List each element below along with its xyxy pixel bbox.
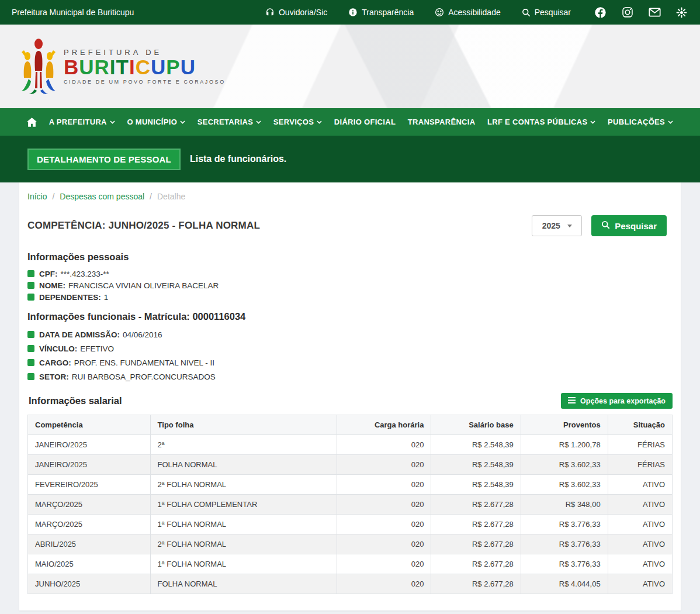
column-header-proventos: Proventos bbox=[521, 415, 608, 435]
breadcrumb-separator: / bbox=[150, 192, 152, 201]
info-item: CARGO:PROF. ENS. FUNDAMENTAL NIVEL - II bbox=[27, 356, 673, 370]
site-header: PREFEITURA DE BURITICUPU CIDADE DE UM PO… bbox=[0, 25, 700, 108]
personal-info-list: CPF:***.423.233-**NOME:FRANCISCA VIVIAN … bbox=[26, 268, 674, 303]
salary-info-title: Informações salarial bbox=[27, 395, 123, 406]
topbar-link-label: Ouvidoria/Sic bbox=[279, 8, 327, 17]
logo-people-icon bbox=[20, 37, 57, 96]
bullet-square-icon bbox=[27, 345, 34, 352]
cell-situacao: ATIVO bbox=[608, 495, 672, 515]
breadcrumb: Início/Despesas com pessoal/Detalhe bbox=[26, 189, 674, 201]
cell-situacao: ATIVO bbox=[608, 475, 672, 495]
topbar-link-acessibilidade[interactable]: Acessibilidade bbox=[435, 8, 501, 17]
caret-down-icon bbox=[567, 225, 572, 227]
info-item-label: DATA DE ADMISSÃO: bbox=[39, 330, 120, 339]
cell-salario-base: R$ 2.548,39 bbox=[431, 475, 521, 495]
nav-item-label: SERVIÇOS bbox=[273, 118, 314, 126]
year-select[interactable]: 2025 bbox=[532, 215, 582, 236]
nav-item-secretarias[interactable]: SECRETARIAS bbox=[197, 118, 262, 126]
nav-item-diario-oficial[interactable]: DIÁRIO OFICIAL bbox=[334, 118, 396, 126]
cell-situacao: ATIVO bbox=[608, 534, 672, 554]
column-header-competencia: Competência bbox=[28, 415, 151, 435]
nav-item-publicacoes[interactable]: PUBLICAÇÕES bbox=[608, 118, 673, 126]
info-item: CPF:***.423.233-** bbox=[27, 268, 673, 280]
column-header-tipo-folha: Tipo folha bbox=[150, 415, 337, 435]
social-link-contrast[interactable] bbox=[676, 7, 687, 18]
topbar-right-group: Ouvidoria/SicTransparênciaAcessibilidade… bbox=[265, 6, 687, 19]
nav-item-label: TRANSPARÊNCIA bbox=[408, 118, 476, 126]
site-name: Prefeitura Municipal de Buriticupu bbox=[12, 8, 134, 17]
menu-icon bbox=[568, 397, 576, 405]
competencia-header-row: COMPETÊNCIA: JUNHO/2025 - FOLHA NORMAL 2… bbox=[26, 215, 674, 236]
cell-tipo-folha: 2ª FOLHA NORMAL bbox=[150, 475, 337, 495]
cell-tipo-folha: 1ª FOLHA NORMAL bbox=[150, 515, 337, 534]
nav-item-home[interactable] bbox=[27, 118, 37, 127]
info-item: DATA DE ADMISSÃO:04/06/2016 bbox=[27, 327, 673, 342]
social-link-instagram[interactable] bbox=[622, 6, 633, 18]
breadcrumb-current: Detalhe bbox=[157, 192, 185, 201]
cell-situacao: ATIVO bbox=[608, 574, 672, 594]
top-utility-bar: Prefeitura Municipal de Buriticupu Ouvid… bbox=[0, 0, 700, 25]
info-item-label: CARGO: bbox=[39, 358, 71, 367]
cell-competencia: MARÇO/2025 bbox=[28, 495, 151, 515]
table-row: JANEIRO/20252ª020R$ 2.548,39R$ 1.200,78F… bbox=[28, 435, 673, 455]
breadcrumb-separator: / bbox=[52, 192, 54, 201]
info-item-label: DEPENDENTES: bbox=[39, 293, 101, 302]
cell-carga-horaria: 020 bbox=[337, 554, 431, 574]
column-header-salario-base: Salário base bbox=[431, 415, 521, 435]
cell-carga-horaria: 020 bbox=[337, 574, 431, 594]
breadcrumb-link[interactable]: Despesas com pessoal bbox=[60, 192, 144, 201]
topbar-social-icons bbox=[594, 6, 687, 19]
nav-item-transparencia[interactable]: TRANSPARÊNCIA bbox=[408, 118, 476, 126]
breadcrumb-link[interactable]: Início bbox=[27, 192, 47, 201]
table-row: JANEIRO/2025FOLHA NORMAL020R$ 2.548,39R$… bbox=[28, 455, 673, 475]
nav-item-prefeitura[interactable]: A PREFEITURA bbox=[49, 118, 115, 126]
cell-tipo-folha: 1ª FOLHA NORMAL bbox=[150, 554, 337, 574]
topbar-link-pesquisar[interactable]: Pesquisar bbox=[522, 8, 571, 17]
cell-tipo-folha: 2ª FOLHA NORMAL bbox=[150, 534, 337, 554]
search-button[interactable]: Pesquisar bbox=[591, 215, 667, 236]
info-item-value: FRANCISCA VIVIAN OLIVEIRA BACELAR bbox=[68, 281, 219, 290]
table-row: FEVEREIRO/20252ª FOLHA NORMAL020R$ 2.548… bbox=[28, 475, 673, 495]
cell-salario-base: R$ 2.677,28 bbox=[431, 534, 521, 554]
nav-item-servicos[interactable]: SERVIÇOS bbox=[273, 118, 322, 126]
cell-salario-base: R$ 2.677,28 bbox=[431, 515, 521, 534]
main-navigation: A PREFEITURAO MUNICÍPIOSECRETARIASSERVIÇ… bbox=[0, 108, 700, 136]
search-icon bbox=[601, 220, 610, 231]
social-link-mail[interactable] bbox=[649, 8, 661, 17]
topbar-link-label: Pesquisar bbox=[535, 8, 571, 17]
logo-name: BURITICUPU bbox=[64, 57, 226, 78]
cell-carga-horaria: 020 bbox=[337, 495, 431, 515]
cell-proventos: R$ 1.200,78 bbox=[521, 435, 608, 455]
social-link-facebook[interactable] bbox=[594, 6, 607, 19]
topbar-link-transparencia[interactable]: Transparência bbox=[348, 8, 414, 17]
logo-tagline: CIDADE DE UM POVO FORTE E CORAJOSO bbox=[64, 79, 226, 85]
facebook-icon bbox=[594, 6, 607, 19]
smiley-icon bbox=[435, 8, 444, 17]
cell-carga-horaria: 020 bbox=[337, 534, 431, 554]
nav-item-lrf-contas-publicas[interactable]: LRF E CONTAS PÚBLICAS bbox=[487, 118, 595, 126]
export-options-button[interactable]: Opções para exportação bbox=[561, 393, 673, 409]
nav-item-municipio[interactable]: O MUNICÍPIO bbox=[127, 118, 185, 126]
cell-competencia: JANEIRO/2025 bbox=[28, 435, 151, 455]
info-item-value: RUI BARBOSA_PROF.CONCURSADOS bbox=[72, 372, 216, 381]
functional-info-title: Informações funcionais - Matrícula: 0000… bbox=[26, 311, 674, 322]
cell-situacao: ATIVO bbox=[608, 554, 672, 574]
cell-competencia: JANEIRO/2025 bbox=[28, 455, 151, 475]
headset-icon bbox=[265, 8, 275, 17]
chevron-down-icon bbox=[668, 120, 673, 124]
topbar-link-ouvidoria[interactable]: Ouvidoria/Sic bbox=[265, 8, 327, 17]
cell-tipo-folha: FOLHA NORMAL bbox=[150, 455, 337, 475]
search-button-label: Pesquisar bbox=[615, 221, 657, 231]
cell-tipo-folha: 2ª bbox=[150, 435, 337, 455]
cell-salario-base: R$ 2.548,39 bbox=[431, 435, 521, 455]
topbar-links: Ouvidoria/SicTransparênciaAcessibilidade… bbox=[265, 8, 571, 17]
info-item: NOME:FRANCISCA VIVIAN OLIVEIRA BACELAR bbox=[27, 280, 673, 291]
personal-info-title: Informações pessoais bbox=[26, 251, 674, 263]
cell-salario-base: R$ 2.677,28 bbox=[431, 495, 521, 515]
topbar-link-label: Acessibilidade bbox=[448, 8, 501, 17]
cell-proventos: R$ 3.602,33 bbox=[521, 475, 608, 495]
table-row: ABRIL/20252ª FOLHA NORMAL020R$ 2.677,28R… bbox=[28, 534, 673, 554]
municipality-logo[interactable]: PREFEITURA DE BURITICUPU CIDADE DE UM PO… bbox=[20, 37, 226, 96]
cell-carga-horaria: 020 bbox=[337, 515, 431, 534]
page-title-badge: DETALHAMENTO DE PESSOAL bbox=[27, 149, 181, 170]
